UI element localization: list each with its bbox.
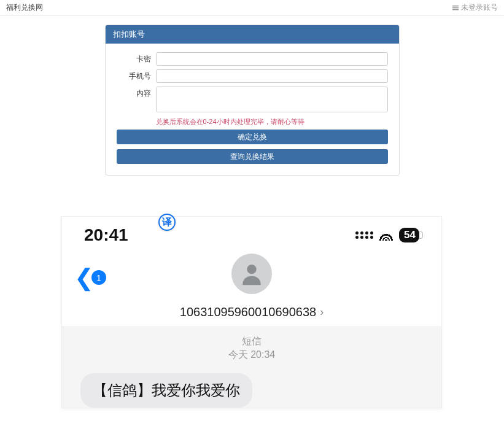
person-icon xyxy=(238,260,265,287)
phone-frame: 20:41 54 ❮ 1 xyxy=(61,216,442,408)
avatar[interactable] xyxy=(231,254,272,294)
wifi-icon xyxy=(379,230,393,241)
site-name: 福利兑换网 xyxy=(6,2,43,13)
topbar: 福利兑换网 未登录账号 xyxy=(0,0,504,16)
status-right: 54 xyxy=(355,228,419,242)
chevron-right-icon: › xyxy=(320,306,324,319)
sender-row[interactable]: 10631095960010690638 › xyxy=(62,300,441,327)
content-row: 内容 xyxy=(117,87,388,112)
nav-row: ❮ 1 xyxy=(62,251,441,300)
translate-icon[interactable]: 译 xyxy=(158,214,176,231)
bubble-row: 【信鸽】我爱你我爱你 xyxy=(62,362,441,408)
sender-number: 10631095960010690638 xyxy=(180,305,316,319)
phone-screenshot: 译 20:41 54 ❮ 1 xyxy=(61,216,442,408)
svg-point-0 xyxy=(247,265,256,274)
redeem-panel: 扣扣账号 卡密 手机号 内容 兑换后系统会在0-24小时内处理完毕，请耐心等待 … xyxy=(105,25,400,176)
status-time: 20:41 xyxy=(84,225,128,245)
card-label: 卡密 xyxy=(117,52,156,64)
unread-badge: 1 xyxy=(91,270,106,285)
back-button[interactable]: ❮ 1 xyxy=(74,266,106,289)
login-status-text: 未登录账号 xyxy=(461,2,498,13)
card-input[interactable] xyxy=(156,52,388,66)
panel-title: 扣扣账号 xyxy=(106,25,399,44)
thread-label: 短信 xyxy=(62,335,441,348)
status-bar: 20:41 54 xyxy=(62,217,441,251)
message-bubble: 【信鸽】我爱你我爱你 xyxy=(80,373,252,408)
phone-input[interactable] xyxy=(156,69,388,83)
query-button[interactable]: 查询兑换结果 xyxy=(117,149,388,164)
battery-indicator: 54 xyxy=(399,228,419,242)
thread-timestamp: 今天 20:34 xyxy=(62,348,441,362)
login-status[interactable]: 未登录账号 xyxy=(452,2,498,13)
content-label: 内容 xyxy=(117,87,156,99)
message-area: 短信 今天 20:34 【信鸽】我爱你我爱你 xyxy=(62,327,441,408)
menu-icon xyxy=(452,6,459,10)
hint-text: 兑换后系统会在0-24小时内处理完毕，请耐心等待 xyxy=(156,116,304,127)
signal-icon xyxy=(355,231,373,239)
panel-wrap: 扣扣账号 卡密 手机号 内容 兑换后系统会在0-24小时内处理完毕，请耐心等待 … xyxy=(0,16,504,176)
hint-row: 兑换后系统会在0-24小时内处理完毕，请耐心等待 xyxy=(117,116,388,127)
panel-body: 卡密 手机号 内容 兑换后系统会在0-24小时内处理完毕，请耐心等待 确定兑换 … xyxy=(106,44,399,175)
phone-label: 手机号 xyxy=(117,69,156,82)
phone-row: 手机号 xyxy=(117,69,388,83)
confirm-button[interactable]: 确定兑换 xyxy=(117,130,388,144)
sender-name-row: 10631095960010690638 › xyxy=(180,305,324,319)
card-row: 卡密 xyxy=(117,52,388,66)
thread-meta: 短信 今天 20:34 xyxy=(62,327,441,362)
content-textarea[interactable] xyxy=(156,87,388,112)
avatar-column xyxy=(231,254,272,294)
